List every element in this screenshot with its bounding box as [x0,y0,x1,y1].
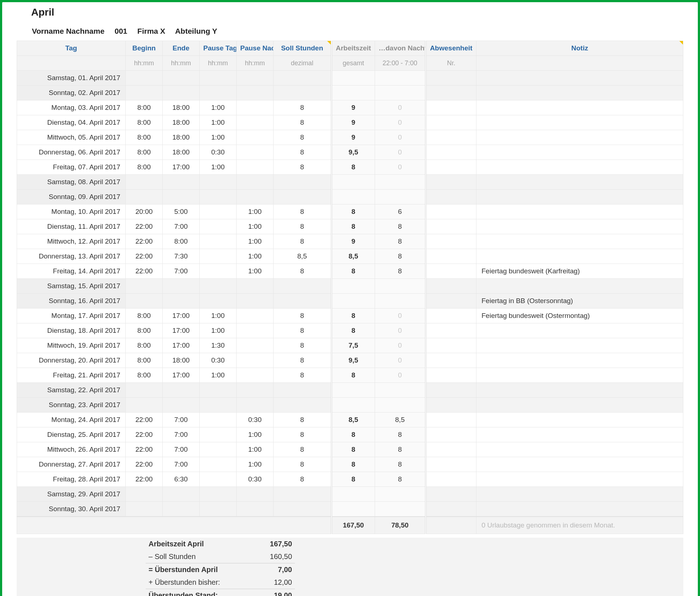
cell-end[interactable]: 7:00 [163,413,200,427]
cell-pauseDay[interactable] [200,249,237,264]
cell-soll[interactable] [274,175,332,190]
cell-pauseDay[interactable]: 1:30 [200,338,237,353]
cell-pauseDay[interactable] [200,427,237,442]
cell-note[interactable]: Feiertag bundesweit (Ostermontag) [476,309,683,323]
cell-abw[interactable] [426,309,476,323]
cell-pauseDay[interactable] [200,383,237,398]
cell-pauseNight[interactable] [237,309,274,323]
cell-begin[interactable]: 8:00 [126,130,163,145]
cell-end[interactable]: 7:00 [163,427,200,442]
cell-begin[interactable]: 22:00 [126,264,163,279]
cell-soll[interactable]: 8 [274,323,332,338]
cell-pauseDay[interactable] [200,264,237,279]
cell-pauseNight[interactable]: 0:30 [237,472,274,487]
cell-pauseNight[interactable] [237,383,274,398]
cell-abw[interactable] [426,323,476,338]
cell-abw[interactable] [426,353,476,368]
cell-soll[interactable]: 8 [274,115,332,130]
cell-soll[interactable]: 8 [274,234,332,249]
cell-pauseDay[interactable]: 0:30 [200,145,237,160]
cell-note[interactable] [476,427,683,442]
cell-abw[interactable] [426,427,476,442]
cell-pauseNight[interactable] [237,160,274,175]
cell-begin[interactable]: 8:00 [126,145,163,160]
cell-begin[interactable] [126,487,163,502]
cell-soll[interactable]: 8 [274,427,332,442]
cell-begin[interactable]: 22:00 [126,427,163,442]
cell-abw[interactable] [426,190,476,204]
cell-end[interactable] [163,487,200,502]
cell-end[interactable]: 7:00 [163,219,200,234]
cell-pauseDay[interactable] [200,204,237,219]
cell-note[interactable] [476,323,683,338]
cell-begin[interactable] [126,71,163,86]
cell-begin[interactable]: 8:00 [126,309,163,323]
cell-pauseNight[interactable]: 0:30 [237,413,274,427]
cell-pauseDay[interactable] [200,175,237,190]
cell-note[interactable] [476,71,683,86]
cell-pauseNight[interactable] [237,353,274,368]
cell-note[interactable] [476,502,683,517]
cell-note[interactable] [476,130,683,145]
cell-end[interactable]: 7:00 [163,457,200,472]
cell-pauseNight[interactable] [237,86,274,100]
cell-begin[interactable]: 8:00 [126,338,163,353]
cell-pauseNight[interactable] [237,368,274,383]
cell-abw[interactable] [426,338,476,353]
cell-begin[interactable]: 22:00 [126,249,163,264]
cell-soll[interactable]: 8 [274,413,332,427]
cell-abw[interactable] [426,145,476,160]
cell-end[interactable]: 18:00 [163,130,200,145]
cell-soll[interactable] [274,190,332,204]
cell-note[interactable] [476,487,683,502]
cell-pauseNight[interactable] [237,130,274,145]
cell-begin[interactable] [126,383,163,398]
cell-note[interactable] [476,100,683,115]
cell-begin[interactable] [126,175,163,190]
cell-abw[interactable] [426,457,476,472]
cell-end[interactable]: 17:00 [163,338,200,353]
cell-note[interactable] [476,338,683,353]
cell-end[interactable] [163,279,200,294]
cell-note[interactable] [476,115,683,130]
cell-soll[interactable] [274,398,332,413]
cell-pauseDay[interactable]: 1:00 [200,115,237,130]
cell-note[interactable] [476,368,683,383]
cell-begin[interactable]: 22:00 [126,219,163,234]
cell-soll[interactable]: 8 [274,160,332,175]
cell-note[interactable] [476,442,683,457]
cell-abw[interactable] [426,204,476,219]
cell-begin[interactable]: 8:00 [126,353,163,368]
cell-pauseDay[interactable] [200,472,237,487]
cell-abw[interactable] [426,100,476,115]
cell-begin[interactable] [126,190,163,204]
cell-begin[interactable]: 22:00 [126,472,163,487]
cell-end[interactable]: 17:00 [163,309,200,323]
cell-pauseNight[interactable] [237,323,274,338]
cell-begin[interactable]: 22:00 [126,413,163,427]
cell-soll[interactable]: 8 [274,338,332,353]
cell-soll[interactable] [274,383,332,398]
cell-soll[interactable] [274,71,332,86]
cell-end[interactable] [163,190,200,204]
cell-begin[interactable]: 22:00 [126,457,163,472]
cell-end[interactable] [163,175,200,190]
cell-note[interactable] [476,204,683,219]
cell-end[interactable]: 17:00 [163,323,200,338]
cell-note[interactable] [476,190,683,204]
cell-note[interactable] [476,160,683,175]
cell-pauseNight[interactable] [237,338,274,353]
cell-begin[interactable] [126,279,163,294]
cell-abw[interactable] [426,294,476,309]
cell-begin[interactable]: 8:00 [126,368,163,383]
cell-end[interactable]: 5:00 [163,204,200,219]
cell-begin[interactable]: 8:00 [126,323,163,338]
cell-note[interactable] [476,398,683,413]
cell-abw[interactable] [426,249,476,264]
cell-abw[interactable] [426,175,476,190]
cell-abw[interactable] [426,442,476,457]
cell-soll[interactable]: 8 [274,204,332,219]
cell-pauseDay[interactable] [200,457,237,472]
cell-begin[interactable]: 8:00 [126,115,163,130]
cell-pauseDay[interactable]: 1:00 [200,160,237,175]
